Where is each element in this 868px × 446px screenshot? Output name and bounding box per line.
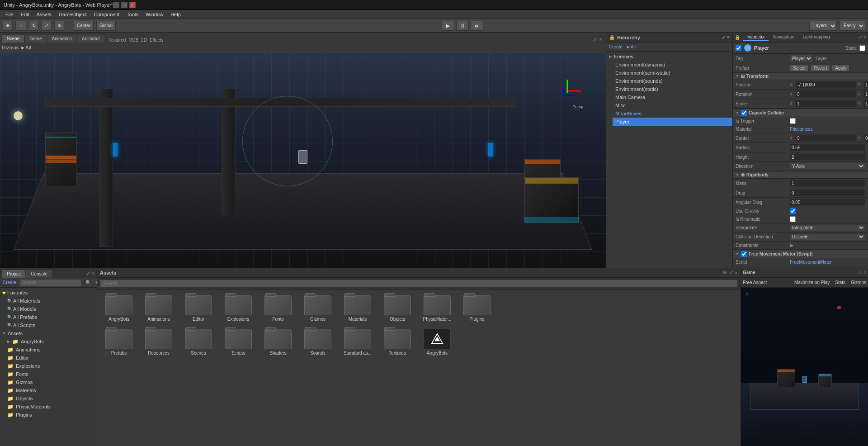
collision-select[interactable]: Discrete	[790, 233, 865, 240]
hier-env-sounds[interactable]: Environment(sounds)	[613, 77, 732, 85]
asset-materials[interactable]: Materials	[340, 293, 376, 323]
asset-physic[interactable]: PhysicMater...	[419, 293, 455, 323]
asset-angrybots-unity[interactable]: AngryBots	[419, 327, 455, 357]
asset-scenes[interactable]: Scenes	[180, 327, 217, 357]
tab-scene[interactable]: Scene	[2, 34, 24, 43]
pos-x-input[interactable]	[795, 81, 856, 88]
rigidbody-header[interactable]: ▼ ⊗ Rigidbody	[733, 171, 868, 179]
hier-moodboxes[interactable]: MoodBoxes	[613, 109, 732, 118]
asset-animations[interactable]: Animations	[141, 293, 177, 323]
assets-maximize-icon[interactable]: ⤢	[729, 270, 733, 275]
hier-misc[interactable]: Misc	[613, 101, 732, 109]
transform-header[interactable]: ▼ ⊞ Transform	[733, 73, 868, 80]
menu-tools[interactable]: Tools	[123, 10, 142, 19]
radius-input[interactable]	[790, 144, 865, 151]
project-maximize-icon[interactable]: ⤢ ×	[86, 270, 95, 278]
project-search-input[interactable]	[20, 279, 82, 286]
menu-file[interactable]: File	[2, 10, 17, 19]
minimize-button[interactable]: _	[113, 2, 119, 8]
tab-navigation[interactable]: Navigation	[769, 33, 798, 41]
drag-input[interactable]	[790, 189, 865, 196]
free-aspect-label[interactable]: Free Aspect	[743, 280, 767, 285]
menu-edit[interactable]: Edit	[17, 10, 33, 19]
cy-input[interactable]	[863, 134, 868, 142]
inspector-maximize[interactable]: ⤢ ×	[858, 34, 866, 40]
effects-label[interactable]: Effects	[150, 38, 163, 43]
hand-tool[interactable]: ✥	[3, 21, 13, 31]
all-gizmos-label[interactable]: ►All	[20, 45, 31, 50]
capsule-enabled[interactable]	[741, 110, 747, 116]
play-button[interactable]: ▶	[442, 21, 454, 31]
game-close-icon[interactable]: ×	[863, 270, 866, 275]
favorites-header[interactable]: ★ Favorites	[0, 289, 97, 297]
rot-y-input[interactable]	[863, 90, 868, 98]
maximize-scene-icon[interactable]: ⤢	[593, 36, 597, 43]
asset-standard[interactable]: Standard as...	[340, 327, 376, 357]
select-button[interactable]: Select	[790, 64, 809, 71]
gizmos-label[interactable]: Gizmos	[2, 45, 19, 50]
asset-fonts[interactable]: Fonts	[260, 293, 296, 323]
angrybots-item[interactable]: ▶ 📁 AngryBots	[5, 337, 97, 346]
hier-env-static[interactable]: Environment(static)	[613, 85, 732, 93]
revert-button[interactable]: Revert	[811, 64, 830, 71]
direction-select[interactable]: Y-Axis	[790, 163, 865, 170]
hier-enemies[interactable]: ▶ Enemies	[606, 52, 732, 61]
view-mode-label[interactable]: Textured	[108, 38, 126, 43]
all-prefabs-item[interactable]: 🔍 All Prefabs	[5, 313, 97, 321]
fonts-item[interactable]: 📁 Fonts	[5, 370, 97, 378]
pos-y-input[interactable]	[863, 81, 868, 88]
material-value[interactable]: Frictionless	[790, 127, 865, 132]
move-tool[interactable]: ↔	[15, 21, 26, 31]
capsule-header[interactable]: ▼ Capsule Collider	[733, 109, 868, 117]
plugins-item[interactable]: 📁 Plugins	[5, 411, 97, 419]
all-models-item[interactable]: 🔍 All Models	[5, 305, 97, 313]
scale-tool[interactable]: ⤢	[42, 21, 52, 31]
tab-console[interactable]: Console	[26, 270, 52, 278]
free-movement-header[interactable]: ▼ Free Movement Motor (Script)	[733, 250, 868, 258]
asset-prefabs[interactable]: Prefabs	[101, 327, 137, 357]
maximize-button[interactable]: □	[121, 2, 127, 8]
menu-window[interactable]: Window	[142, 10, 167, 19]
lock-icon[interactable]: 🔒	[735, 35, 740, 40]
player-name[interactable]: Player	[754, 45, 843, 51]
rot-x-input[interactable]	[795, 90, 856, 98]
asset-shaders[interactable]: Shaders	[260, 327, 296, 357]
animations-item[interactable]: 📁 Animations	[5, 346, 97, 354]
asset-explosions[interactable]: Explosions	[220, 293, 256, 323]
asset-objects[interactable]: Objects	[379, 293, 415, 323]
tab-game[interactable]: Game	[24, 34, 47, 43]
hier-player[interactable]: Player	[613, 118, 732, 126]
tab-project[interactable]: Project	[2, 270, 26, 278]
assets-close-icon[interactable]: ×	[735, 270, 738, 275]
color-mode-label[interactable]: RGB	[128, 38, 138, 43]
hier-env-dynamic[interactable]: Environment(dynamic)	[613, 61, 732, 69]
asset-resources[interactable]: Resources	[141, 327, 177, 357]
maximize-on-play-btn[interactable]: Maximize on Play	[794, 280, 830, 285]
stats-btn[interactable]: Stats	[835, 280, 845, 285]
sc-x-input[interactable]	[795, 100, 856, 107]
cx-input[interactable]	[795, 134, 856, 142]
use-gravity-checkbox[interactable]	[790, 208, 796, 214]
physic-materials-item[interactable]: 📁 PhysicMaterials	[5, 403, 97, 411]
asset-editor[interactable]: Editor	[180, 293, 217, 323]
fm-script-value[interactable]: FreeMovementMotor	[790, 260, 865, 265]
materials-item[interactable]: 📁 Materials	[5, 386, 97, 394]
editor-item[interactable]: 📁 Editor	[5, 354, 97, 362]
layers-select[interactable]: Layers	[809, 21, 837, 31]
all-materials-item[interactable]: 🔍 All Materials	[5, 297, 97, 305]
sc-y-input[interactable]	[863, 100, 868, 107]
project-create-link[interactable]: Create	[3, 280, 16, 285]
hierarchy-all-link[interactable]: ►All	[626, 44, 636, 49]
step-button[interactable]: ⏭	[471, 21, 483, 31]
layout-select[interactable]: Easily	[840, 21, 865, 31]
all-scripts-item[interactable]: 🔍 All Scripts	[5, 321, 97, 329]
apply-button[interactable]: Apply	[832, 64, 849, 71]
is-trigger-checkbox[interactable]	[790, 118, 796, 124]
gizmos-btn[interactable]: Gizmos	[851, 280, 866, 285]
rotate-tool[interactable]: ↻	[29, 21, 39, 31]
angular-drag-input[interactable]	[790, 199, 865, 206]
objects-item[interactable]: 📁 Objects	[5, 394, 97, 403]
interpolate-select[interactable]: Interpolate	[790, 224, 865, 231]
tab-animator[interactable]: Animator	[77, 34, 105, 43]
window-controls[interactable]: _ □ ×	[113, 2, 136, 8]
